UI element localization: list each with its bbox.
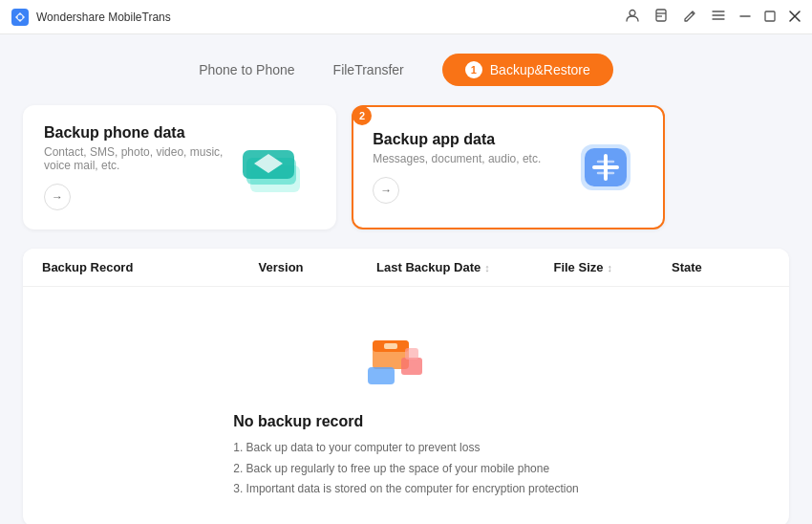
empty-state: No backup record 1. Back up data to your… <box>23 287 789 524</box>
tab-badge: 1 <box>465 61 482 78</box>
spacer <box>680 105 789 229</box>
app-icon <box>11 9 29 26</box>
card-left-2: Backup app data Messages, document, audi… <box>373 131 567 204</box>
phone-illustration <box>239 134 315 201</box>
empty-text: No backup record 1. Back up data to your… <box>233 413 579 500</box>
svg-rect-14 <box>401 358 422 375</box>
titlebar-controls <box>625 8 801 26</box>
titlebar: Wondershare MobileTrans <box>0 0 812 34</box>
card-badge: 2 <box>353 106 372 125</box>
titlebar-left: Wondershare MobileTrans <box>11 9 171 26</box>
minimize-button[interactable] <box>739 10 751 25</box>
bookmark-icon[interactable] <box>653 8 669 26</box>
close-button[interactable] <box>789 10 801 25</box>
tab-phone-to-phone[interactable]: Phone to Phone <box>199 56 294 83</box>
svg-rect-13 <box>368 367 395 384</box>
maximize-button[interactable] <box>764 10 776 25</box>
th-state: State <box>672 260 770 274</box>
cards-row: Backup phone data Contact, SMS, photo, v… <box>23 105 789 229</box>
card-title-2: Backup app data <box>373 131 567 148</box>
svg-rect-12 <box>384 343 397 349</box>
tab-backup-label: Backup&Restore <box>490 62 590 77</box>
main-content: Phone to Phone FileTransfer 1 Backup&Res… <box>0 34 812 524</box>
menu-icon[interactable] <box>711 8 726 26</box>
user-icon[interactable] <box>625 8 640 26</box>
th-record: Backup Record <box>42 260 259 274</box>
empty-list: 1. Back up data to your computer to prev… <box>233 438 579 500</box>
card-subtitle-2: Messages, document, audio, etc. <box>373 152 567 165</box>
empty-illustration <box>363 321 449 398</box>
app-illustration <box>567 134 644 201</box>
sort-date-icon: ↕ <box>484 262 490 273</box>
backup-table: Backup Record Version Last Backup Date ↕… <box>23 249 789 524</box>
svg-rect-15 <box>405 348 418 360</box>
backup-phone-card[interactable]: Backup phone data Contact, SMS, photo, v… <box>23 105 336 229</box>
th-version: Version <box>259 260 377 274</box>
svg-point-2 <box>630 11 635 16</box>
backup-app-card[interactable]: 2 Backup app data Messages, document, au… <box>352 105 665 229</box>
table-header: Backup Record Version Last Backup Date ↕… <box>23 249 789 287</box>
card-arrow-2[interactable]: → <box>373 177 399 204</box>
empty-list-item-2: 2. Back up regularly to free up the spac… <box>233 459 579 480</box>
edit-icon[interactable] <box>682 8 697 26</box>
empty-list-item-3: 3. Important data is stored on the compu… <box>233 479 579 500</box>
empty-list-item-1: 1. Back up data to your computer to prev… <box>233 438 579 459</box>
th-size[interactable]: File Size ↕ <box>553 260 672 274</box>
tab-backup-restore[interactable]: 1 Backup&Restore <box>442 54 613 86</box>
sort-size-icon: ↕ <box>607 262 612 273</box>
svg-point-1 <box>18 14 23 19</box>
card-subtitle: Contact, SMS, photo, video, music, voice… <box>44 145 239 172</box>
card-title: Backup phone data <box>44 124 239 142</box>
empty-title: No backup record <box>233 413 579 430</box>
card-arrow[interactable]: → <box>44 184 71 210</box>
tab-nav: Phone to Phone FileTransfer 1 Backup&Res… <box>23 54 789 86</box>
svg-rect-3 <box>656 10 666 21</box>
th-date[interactable]: Last Backup Date ↕ <box>376 260 553 274</box>
app-title: Wondershare MobileTrans <box>36 11 171 24</box>
svg-rect-4 <box>765 11 775 21</box>
card-left: Backup phone data Contact, SMS, photo, v… <box>44 124 239 210</box>
tab-file-transfer[interactable]: FileTransfer <box>333 56 404 83</box>
